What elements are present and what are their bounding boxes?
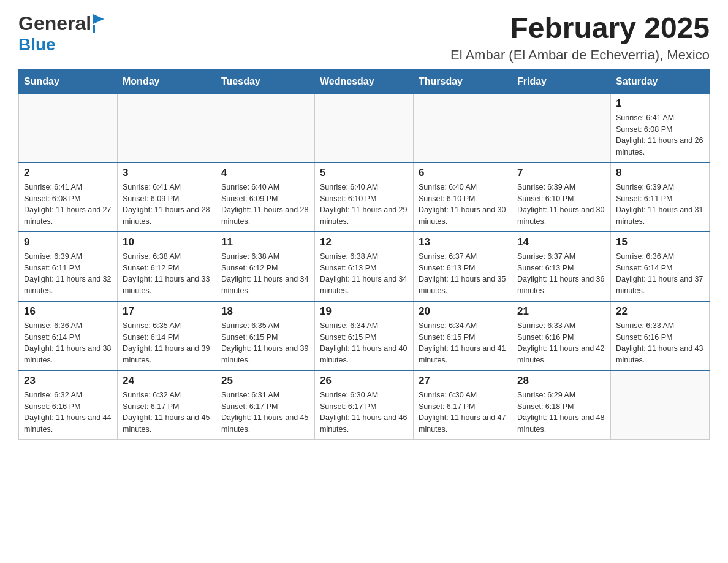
day-info: Sunrise: 6:30 AMSunset: 6:17 PMDaylight:… <box>320 389 408 435</box>
day-info: Sunrise: 6:36 AMSunset: 6:14 PMDaylight:… <box>616 251 704 297</box>
day-number: 7 <box>517 167 605 179</box>
day-info: Sunrise: 6:32 AMSunset: 6:16 PMDaylight:… <box>24 389 112 435</box>
day-number: 24 <box>123 375 211 387</box>
day-number: 1 <box>616 98 704 110</box>
logo: General Blue <box>18 12 107 55</box>
day-info: Sunrise: 6:31 AMSunset: 6:17 PMDaylight:… <box>221 389 309 435</box>
day-number: 5 <box>320 167 408 179</box>
day-info: Sunrise: 6:33 AMSunset: 6:16 PMDaylight:… <box>517 320 605 366</box>
day-number: 28 <box>517 375 605 387</box>
day-header-tuesday: Tuesday <box>216 69 315 93</box>
logo-general-text: General <box>18 12 91 35</box>
calendar-cell: 25Sunrise: 6:31 AMSunset: 6:17 PMDayligh… <box>216 370 315 440</box>
calendar-cell: 21Sunrise: 6:33 AMSunset: 6:16 PMDayligh… <box>512 301 611 370</box>
calendar-cell: 5Sunrise: 6:40 AMSunset: 6:10 PMDaylight… <box>315 163 414 232</box>
day-number: 16 <box>24 305 112 318</box>
calendar-cell: 26Sunrise: 6:30 AMSunset: 6:17 PMDayligh… <box>315 370 414 440</box>
day-info: Sunrise: 6:41 AMSunset: 6:08 PMDaylight:… <box>616 112 704 158</box>
calendar-body: 1Sunrise: 6:41 AMSunset: 6:08 PMDaylight… <box>19 93 710 439</box>
day-number: 8 <box>616 167 704 179</box>
day-header-row: SundayMondayTuesdayWednesdayThursdayFrid… <box>19 69 710 93</box>
day-number: 10 <box>123 236 211 248</box>
calendar-subtitle: El Ambar (El Ambar de Echeverria), Mexic… <box>450 47 710 63</box>
logo-flag-icon <box>93 14 107 33</box>
calendar-week-4: 16Sunrise: 6:36 AMSunset: 6:14 PMDayligh… <box>19 301 710 370</box>
day-info: Sunrise: 6:40 AMSunset: 6:10 PMDaylight:… <box>419 182 507 228</box>
calendar-cell: 2Sunrise: 6:41 AMSunset: 6:08 PMDaylight… <box>19 163 118 232</box>
calendar-cell: 28Sunrise: 6:29 AMSunset: 6:18 PMDayligh… <box>512 370 611 440</box>
page-header: General Blue February 2025 El Ambar (El … <box>18 12 710 63</box>
day-header-wednesday: Wednesday <box>315 69 414 93</box>
day-number: 12 <box>320 236 408 248</box>
day-number: 23 <box>24 375 112 387</box>
day-info: Sunrise: 6:40 AMSunset: 6:09 PMDaylight:… <box>221 182 309 228</box>
day-header-sunday: Sunday <box>19 69 118 93</box>
calendar-cell: 15Sunrise: 6:36 AMSunset: 6:14 PMDayligh… <box>611 232 710 301</box>
day-number: 14 <box>517 236 605 248</box>
day-number: 3 <box>123 167 211 179</box>
day-info: Sunrise: 6:39 AMSunset: 6:11 PMDaylight:… <box>616 182 704 228</box>
day-number: 22 <box>616 305 704 318</box>
day-info: Sunrise: 6:39 AMSunset: 6:10 PMDaylight:… <box>517 182 605 228</box>
day-info: Sunrise: 6:35 AMSunset: 6:14 PMDaylight:… <box>123 320 211 366</box>
calendar-cell <box>19 93 118 163</box>
day-info: Sunrise: 6:41 AMSunset: 6:08 PMDaylight:… <box>24 182 112 228</box>
calendar-cell <box>118 93 216 163</box>
calendar-week-1: 1Sunrise: 6:41 AMSunset: 6:08 PMDaylight… <box>19 93 710 163</box>
day-info: Sunrise: 6:40 AMSunset: 6:10 PMDaylight:… <box>320 182 408 228</box>
title-section: February 2025 El Ambar (El Ambar de Eche… <box>450 12 710 63</box>
calendar-cell: 6Sunrise: 6:40 AMSunset: 6:10 PMDaylight… <box>414 163 512 232</box>
calendar-cell <box>216 93 315 163</box>
calendar-cell <box>512 93 611 163</box>
day-header-monday: Monday <box>118 69 216 93</box>
calendar-cell: 18Sunrise: 6:35 AMSunset: 6:15 PMDayligh… <box>216 301 315 370</box>
calendar-cell <box>611 370 710 440</box>
calendar-cell: 12Sunrise: 6:38 AMSunset: 6:13 PMDayligh… <box>315 232 414 301</box>
day-header-saturday: Saturday <box>611 69 710 93</box>
day-number: 18 <box>221 305 309 318</box>
calendar-table: SundayMondayTuesdayWednesdayThursdayFrid… <box>18 69 710 440</box>
day-number: 25 <box>221 375 309 387</box>
calendar-week-5: 23Sunrise: 6:32 AMSunset: 6:16 PMDayligh… <box>19 370 710 440</box>
calendar-cell: 14Sunrise: 6:37 AMSunset: 6:13 PMDayligh… <box>512 232 611 301</box>
day-header-thursday: Thursday <box>414 69 512 93</box>
logo-blue-text: Blue <box>18 35 56 54</box>
day-number: 13 <box>419 236 507 248</box>
day-info: Sunrise: 6:38 AMSunset: 6:12 PMDaylight:… <box>221 251 309 297</box>
calendar-cell: 16Sunrise: 6:36 AMSunset: 6:14 PMDayligh… <box>19 301 118 370</box>
day-info: Sunrise: 6:37 AMSunset: 6:13 PMDaylight:… <box>517 251 605 297</box>
day-info: Sunrise: 6:38 AMSunset: 6:12 PMDaylight:… <box>123 251 211 297</box>
day-info: Sunrise: 6:29 AMSunset: 6:18 PMDaylight:… <box>517 389 605 435</box>
calendar-cell: 10Sunrise: 6:38 AMSunset: 6:12 PMDayligh… <box>118 232 216 301</box>
calendar-cell: 11Sunrise: 6:38 AMSunset: 6:12 PMDayligh… <box>216 232 315 301</box>
calendar-cell: 9Sunrise: 6:39 AMSunset: 6:11 PMDaylight… <box>19 232 118 301</box>
day-info: Sunrise: 6:34 AMSunset: 6:15 PMDaylight:… <box>419 320 507 366</box>
calendar-cell: 27Sunrise: 6:30 AMSunset: 6:17 PMDayligh… <box>414 370 512 440</box>
day-info: Sunrise: 6:39 AMSunset: 6:11 PMDaylight:… <box>24 251 112 297</box>
day-info: Sunrise: 6:36 AMSunset: 6:14 PMDaylight:… <box>24 320 112 366</box>
svg-marker-0 <box>93 14 104 24</box>
day-number: 27 <box>419 375 507 387</box>
day-number: 11 <box>221 236 309 248</box>
day-info: Sunrise: 6:35 AMSunset: 6:15 PMDaylight:… <box>221 320 309 366</box>
svg-rect-1 <box>93 25 95 33</box>
calendar-week-3: 9Sunrise: 6:39 AMSunset: 6:11 PMDaylight… <box>19 232 710 301</box>
day-number: 26 <box>320 375 408 387</box>
day-number: 2 <box>24 167 112 179</box>
calendar-header: SundayMondayTuesdayWednesdayThursdayFrid… <box>19 69 710 93</box>
calendar-cell: 1Sunrise: 6:41 AMSunset: 6:08 PMDaylight… <box>611 93 710 163</box>
day-number: 15 <box>616 236 704 248</box>
calendar-cell: 22Sunrise: 6:33 AMSunset: 6:16 PMDayligh… <box>611 301 710 370</box>
calendar-cell: 23Sunrise: 6:32 AMSunset: 6:16 PMDayligh… <box>19 370 118 440</box>
day-info: Sunrise: 6:34 AMSunset: 6:15 PMDaylight:… <box>320 320 408 366</box>
calendar-cell <box>414 93 512 163</box>
calendar-cell: 3Sunrise: 6:41 AMSunset: 6:09 PMDaylight… <box>118 163 216 232</box>
calendar-cell: 24Sunrise: 6:32 AMSunset: 6:17 PMDayligh… <box>118 370 216 440</box>
calendar-cell: 4Sunrise: 6:40 AMSunset: 6:09 PMDaylight… <box>216 163 315 232</box>
calendar-cell <box>315 93 414 163</box>
calendar-title: February 2025 <box>450 12 710 45</box>
day-info: Sunrise: 6:32 AMSunset: 6:17 PMDaylight:… <box>123 389 211 435</box>
day-info: Sunrise: 6:38 AMSunset: 6:13 PMDaylight:… <box>320 251 408 297</box>
day-info: Sunrise: 6:30 AMSunset: 6:17 PMDaylight:… <box>419 389 507 435</box>
day-number: 20 <box>419 305 507 318</box>
